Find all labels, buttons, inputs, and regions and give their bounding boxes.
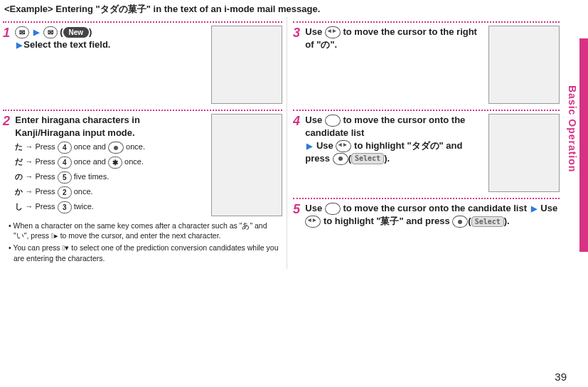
text: Use — [305, 203, 324, 213]
text: five times. — [74, 173, 109, 181]
text: → Press — [25, 158, 55, 166]
step-5-head: Use to move the cursor onto the candidat… — [305, 202, 557, 228]
text: Use — [305, 26, 324, 37]
input-line: か → Press 2 once. — [15, 186, 203, 198]
step-3-head: Use to move the cursor to the right of "… — [305, 26, 481, 51]
dpad-center-icon — [108, 142, 124, 154]
note-item: When a character on the same key comes a… — [9, 221, 282, 240]
key-4: 4 — [58, 157, 72, 169]
key-5: 5 — [58, 171, 72, 184]
text: twice. — [74, 203, 94, 211]
text: → Press — [25, 143, 55, 152]
dpad-down-icon — [325, 203, 341, 215]
side-label: Basic Operation — [567, 85, 578, 172]
dpad-all-icon — [336, 140, 351, 152]
dpad-center-icon — [333, 153, 348, 165]
text: once and — [74, 143, 108, 152]
step-3: 3 Use to move the cursor to the right of… — [293, 26, 560, 104]
text: to move the cursor onto the candidate li… — [343, 203, 527, 213]
step-4-head: Use to move the cursor onto the candidat… — [305, 114, 481, 165]
step-4: 4 Use to move the cursor onto the candid… — [293, 114, 560, 192]
text: Use — [316, 140, 336, 151]
mail-icon: ✉ — [43, 26, 58, 38]
text: → Press — [25, 188, 55, 196]
step-2: 2 Enter hiragana characters in Kanji/Hir… — [3, 114, 282, 263]
step-2-head: Enter hiragana characters in Kanji/Hirag… — [15, 114, 203, 139]
dpad-horizontal-icon — [325, 26, 341, 38]
chevron-right-icon: ▶ — [16, 41, 22, 49]
step-number: 2 — [3, 114, 13, 129]
text: → Press — [25, 203, 55, 211]
step-2-notes: When a character on the same key comes a… — [9, 221, 282, 263]
key-4: 4 — [58, 142, 72, 154]
example-header: <Example> Entering "タダの菓子" in the text o… — [0, 0, 588, 17]
key-star: ✱ — [108, 157, 122, 169]
screenshot-thumbnail — [488, 26, 560, 104]
jp-char: だ — [15, 158, 23, 166]
select-key: Select — [471, 216, 504, 228]
text: once. — [126, 143, 145, 152]
step-1-head: ✉ ▶ ✉ (New) ▶Select the text field. — [15, 26, 203, 51]
key-3: 3 — [58, 201, 72, 213]
chevron-right-icon: ▶ — [306, 142, 312, 150]
jp-char: し — [15, 203, 23, 211]
key-2: 2 — [58, 186, 72, 198]
divider — [293, 198, 560, 199]
text: → Press — [25, 173, 55, 181]
text: ( — [468, 216, 471, 226]
screenshot-thumbnail — [488, 114, 560, 192]
step-number: 1 — [3, 26, 13, 41]
dpad-down-icon — [325, 115, 341, 127]
input-line: の → Press 5 five times. — [15, 171, 203, 184]
chevron-right-icon: ▶ — [531, 204, 537, 213]
input-line: た → Press 4 once and once. — [15, 142, 203, 154]
screenshot-thumbnail — [211, 26, 282, 104]
screenshot-thumbnail — [211, 114, 282, 216]
divider — [3, 21, 282, 23]
input-line: だ → Press 4 once and ✱ once. — [15, 157, 203, 169]
step-1-tail: Select the text field. — [23, 39, 110, 50]
text: Use — [305, 115, 324, 125]
text: once. — [74, 188, 93, 196]
text: ). — [384, 153, 390, 164]
text: Use — [540, 203, 557, 213]
divider — [293, 110, 560, 111]
jp-char: か — [15, 188, 23, 196]
text: once and — [74, 158, 108, 166]
page-number: 39 — [555, 371, 567, 383]
text: once. — [124, 158, 144, 166]
chevron-right-icon: ▶ — [33, 28, 39, 36]
select-key: Select — [351, 153, 384, 164]
text: to highlight "菓子" and press — [324, 216, 452, 226]
step-number: 5 — [293, 202, 303, 217]
step-5: 5 Use to move the cursor onto the candid… — [293, 202, 560, 228]
input-line: し → Press 3 twice. — [15, 201, 203, 213]
jp-char: た — [15, 143, 23, 152]
jp-char: の — [15, 173, 23, 181]
new-key: New — [63, 27, 90, 38]
step-number: 3 — [293, 26, 303, 41]
dpad-center-icon — [452, 216, 468, 228]
divider — [3, 110, 282, 111]
side-accent-bar — [579, 38, 588, 252]
step-number: 4 — [293, 114, 303, 129]
divider — [293, 21, 560, 23]
mail-icon: ✉ — [15, 26, 29, 38]
text: ). — [504, 216, 510, 226]
note-item: You can press ⃝▾ to select one of the pr… — [9, 243, 282, 263]
step-1: 1 ✉ ▶ ✉ (New) ▶Select the text field. — [3, 26, 282, 104]
dpad-all-icon — [305, 216, 321, 228]
